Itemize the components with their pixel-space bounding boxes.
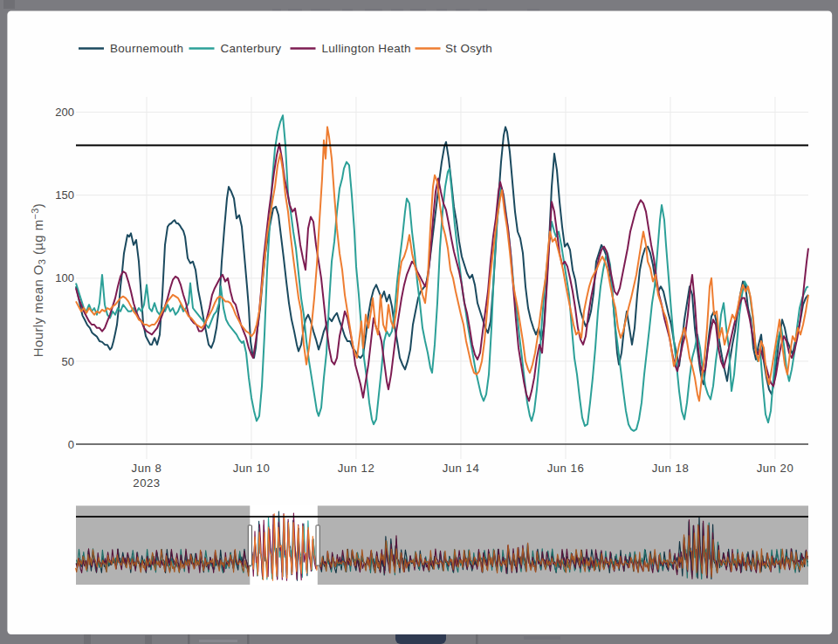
svg-text:50: 50 xyxy=(62,355,74,368)
svg-text:Jun 12: Jun 12 xyxy=(338,462,375,475)
svg-text:Bournemouth: Bournemouth xyxy=(110,42,183,55)
svg-text:Jun 20: Jun 20 xyxy=(757,462,794,475)
svg-text:Jun 14: Jun 14 xyxy=(443,462,480,475)
svg-text:0: 0 xyxy=(68,438,74,451)
svg-text:200: 200 xyxy=(55,106,74,119)
svg-text:Jun 10: Jun 10 xyxy=(233,462,271,475)
svg-text:Jun 16: Jun 16 xyxy=(547,462,585,475)
svg-text:Hourly mean O3 (µg m−3): Hourly mean O3 (µg m−3) xyxy=(30,203,47,358)
svg-text:Jun 8: Jun 8 xyxy=(132,462,162,475)
svg-text:Lullington Heath: Lullington Heath xyxy=(322,42,411,55)
svg-text:Canterbury: Canterbury xyxy=(221,42,282,55)
svg-text:2023: 2023 xyxy=(133,476,160,490)
svg-text:150: 150 xyxy=(55,188,74,202)
svg-text:100: 100 xyxy=(55,271,74,284)
svg-text:St Osyth: St Osyth xyxy=(445,42,492,55)
svg-text:Jun 18: Jun 18 xyxy=(652,462,690,475)
